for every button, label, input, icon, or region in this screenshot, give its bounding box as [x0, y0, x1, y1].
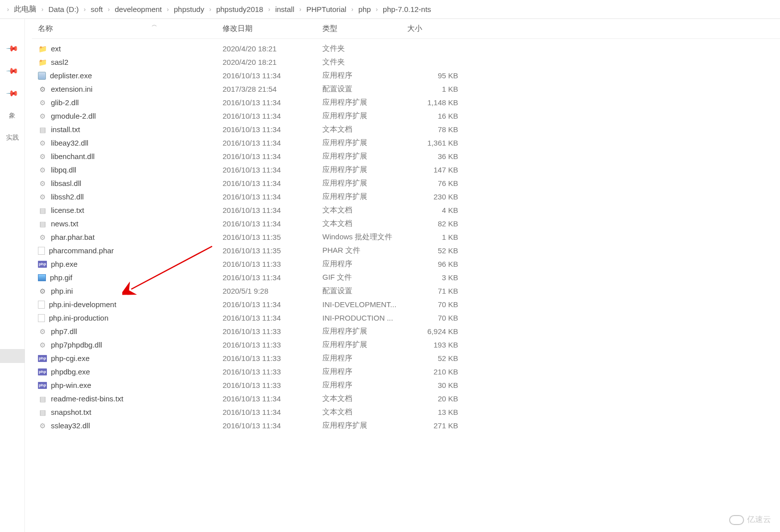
file-name-cell[interactable]: ⚙extension.ini	[38, 85, 223, 94]
txt-icon: ▤	[38, 125, 47, 134]
table-row[interactable]: ⚙libssh2.dll2016/10/13 11:34应用程序扩展230 KB	[38, 190, 780, 203]
table-row[interactable]: phpphp-win.exe2016/10/13 11:33应用程序30 KB	[38, 378, 780, 392]
chevron-right-icon: ›	[81, 6, 89, 13]
breadcrumb-item[interactable]: Data (D:)	[46, 5, 81, 13]
column-header-name[interactable]: 名称	[38, 24, 223, 33]
table-row[interactable]: ⚙glib-2.dll2016/10/13 11:34应用程序扩展1,148 K…	[38, 96, 780, 109]
file-name-cell[interactable]: deplister.exe	[38, 71, 223, 80]
txt-icon: ▤	[38, 219, 47, 228]
table-row[interactable]: ⚙ssleay32.dll2016/10/13 11:34应用程序扩展271 K…	[38, 419, 780, 432]
file-name-cell[interactable]: ⚙libeay32.dll	[38, 139, 223, 148]
table-row[interactable]: php.ini-production2016/10/13 11:34INI-PR…	[38, 311, 780, 325]
table-row[interactable]: phpphp.exe2016/10/13 11:33应用程序96 KB	[38, 257, 780, 271]
file-name-cell[interactable]: php.gif	[38, 273, 223, 282]
table-row[interactable]: 📁sasl22020/4/20 18:21文件夹	[38, 55, 780, 69]
file-name-cell[interactable]: ▤license.txt	[38, 206, 223, 215]
file-name-cell[interactable]: php.ini-development	[38, 300, 223, 309]
file-type: INI-PRODUCTION ...	[322, 314, 407, 322]
file-date: 2016/10/13 11:35	[223, 246, 322, 255]
file-size: 30 KB	[407, 381, 462, 389]
file-name-cell[interactable]: phpphp-cgi.exe	[38, 354, 223, 362]
php-icon: php	[38, 382, 47, 389]
breadcrumb-item[interactable]: php-7.0.12-nts	[381, 5, 433, 13]
file-type: 文本文档	[322, 205, 407, 215]
table-row[interactable]: ⚙php7phpdbg.dll2016/10/13 11:33应用程序扩展193…	[38, 338, 780, 352]
file-name-cell[interactable]: phpphp.exe	[38, 260, 223, 268]
chevron-right-icon: ›	[373, 6, 381, 13]
file-date: 2016/10/13 11:34	[223, 112, 322, 120]
file-type: 应用程序	[322, 367, 407, 376]
breadcrumb-item[interactable]: PHPTutorial	[304, 5, 348, 13]
file-name-cell[interactable]: ⚙phar.phar.bat	[38, 233, 223, 242]
table-row[interactable]: ⚙phar.phar.bat2016/10/13 11:35Windows 批处…	[38, 230, 780, 244]
table-row[interactable]: ⚙libenchant.dll2016/10/13 11:34应用程序扩展36 …	[38, 150, 780, 163]
breadcrumb-item[interactable]: phpstudy2018	[214, 5, 265, 13]
breadcrumb-item[interactable]: develeopment	[113, 5, 164, 13]
table-row[interactable]: ▤news.txt2016/10/13 11:34文本文档82 KB	[38, 217, 780, 230]
dll-icon: ⚙	[38, 112, 47, 121]
pin-icon[interactable]: 📌	[5, 42, 19, 56]
table-row[interactable]: ▤readme-redist-bins.txt2016/10/13 11:34文…	[38, 392, 780, 405]
file-name-cell[interactable]: ▤readme-redist-bins.txt	[38, 394, 223, 403]
file-name-cell[interactable]: ⚙glib-2.dll	[38, 98, 223, 107]
pin-icon[interactable]: 📌	[5, 64, 19, 78]
file-name-cell[interactable]: ⚙libssh2.dll	[38, 192, 223, 201]
breadcrumb[interactable]: ›此电脑›Data (D:)›soft›develeopment›phpstud…	[0, 0, 780, 19]
table-row[interactable]: php.ini-development2016/10/13 11:34INI-D…	[38, 298, 780, 311]
table-row[interactable]: ⚙libpq.dll2016/10/13 11:34应用程序扩展147 KB	[38, 163, 780, 177]
table-row[interactable]: phpphp-cgi.exe2016/10/13 11:33应用程序52 KB	[38, 352, 780, 365]
file-name-cell[interactable]: ⚙php7phpdbg.dll	[38, 341, 223, 350]
breadcrumb-item[interactable]: phpstudy	[172, 5, 206, 13]
pin-icon[interactable]: 📌	[5, 87, 19, 101]
file-type: 应用程序	[322, 354, 407, 363]
file-name-cell[interactable]: ⚙ssleay32.dll	[38, 421, 223, 430]
table-row[interactable]: ⚙php.ini2020/5/1 9:28配置设置71 KB	[38, 284, 780, 298]
table-row[interactable]: phpphpdbg.exe2016/10/13 11:33应用程序210 KB	[38, 365, 780, 378]
file-name-cell[interactable]: ⚙php.ini	[38, 287, 223, 296]
exe-icon	[38, 72, 46, 80]
table-row[interactable]: ⚙libsasl.dll2016/10/13 11:34应用程序扩展76 KB	[38, 177, 780, 190]
file-name-cell[interactable]: pharcommand.phar	[38, 246, 223, 255]
table-row[interactable]: ⚙php7.dll2016/10/13 11:33应用程序扩展6,924 KB	[38, 325, 780, 338]
file-type: 应用程序	[322, 259, 407, 269]
columns-header[interactable]: ︿ 名称 修改日期 类型 大小	[32, 19, 780, 39]
column-header-size[interactable]: 大小	[407, 24, 462, 33]
file-name-cell[interactable]: ⚙libsasl.dll	[38, 179, 223, 188]
file-date: 2016/10/13 11:34	[223, 98, 322, 107]
file-date: 2016/10/13 11:33	[223, 341, 322, 349]
file-name-cell[interactable]: php.ini-production	[38, 314, 223, 322]
file-name-cell[interactable]: ▤news.txt	[38, 219, 223, 228]
table-row[interactable]: ▤license.txt2016/10/13 11:34文本文档4 KB	[38, 203, 780, 217]
file-name-cell[interactable]: phpphpdbg.exe	[38, 367, 223, 376]
breadcrumb-item[interactable]: install	[273, 5, 296, 13]
table-row[interactable]: ⚙libeay32.dll2016/10/13 11:34应用程序扩展1,361…	[38, 136, 780, 150]
table-row[interactable]: deplister.exe2016/10/13 11:34应用程序95 KB	[38, 69, 780, 82]
column-header-type[interactable]: 类型	[322, 24, 407, 33]
table-row[interactable]: ▤install.txt2016/10/13 11:34文本文档78 KB	[38, 123, 780, 136]
folder-icon: 📁	[38, 44, 47, 53]
file-type: 应用程序	[322, 380, 407, 390]
file-name-cell[interactable]: 📁sasl2	[38, 58, 223, 67]
file-name-cell[interactable]: phpphp-win.exe	[38, 381, 223, 389]
file-name-cell[interactable]: ⚙php7.dll	[38, 327, 223, 336]
file-date: 2016/10/13 11:35	[223, 233, 322, 241]
column-header-date[interactable]: 修改日期	[223, 24, 322, 33]
file-name-cell[interactable]: ⚙libenchant.dll	[38, 152, 223, 161]
chevron-right-icon: ›	[105, 6, 113, 13]
file-list[interactable]: 📁ext2020/4/20 18:21文件夹📁sasl22020/4/20 18…	[32, 39, 780, 532]
file-name-cell[interactable]: ▤install.txt	[38, 125, 223, 134]
file-name-cell[interactable]: ▤snapshot.txt	[38, 408, 223, 417]
table-row[interactable]: 📁ext2020/4/20 18:21文件夹	[38, 42, 780, 55]
file-name-cell[interactable]: ⚙libpq.dll	[38, 166, 223, 175]
breadcrumb-item[interactable]: php	[356, 5, 373, 13]
table-row[interactable]: ⚙gmodule-2.dll2016/10/13 11:34应用程序扩展16 K…	[38, 109, 780, 123]
file-name: php7.dll	[51, 327, 77, 336]
table-row[interactable]: ▤snapshot.txt2016/10/13 11:34文本文档13 KB	[38, 405, 780, 419]
table-row[interactable]: php.gif2016/10/13 11:34GIF 文件3 KB	[38, 271, 780, 284]
breadcrumb-item[interactable]: soft	[89, 5, 105, 13]
table-row[interactable]: ⚙extension.ini2017/3/28 21:54配置设置1 KB	[38, 82, 780, 96]
breadcrumb-item[interactable]: 此电脑	[12, 4, 38, 14]
file-name-cell[interactable]: 📁ext	[38, 44, 223, 53]
table-row[interactable]: pharcommand.phar2016/10/13 11:35PHAR 文件5…	[38, 244, 780, 257]
file-name-cell[interactable]: ⚙gmodule-2.dll	[38, 112, 223, 121]
